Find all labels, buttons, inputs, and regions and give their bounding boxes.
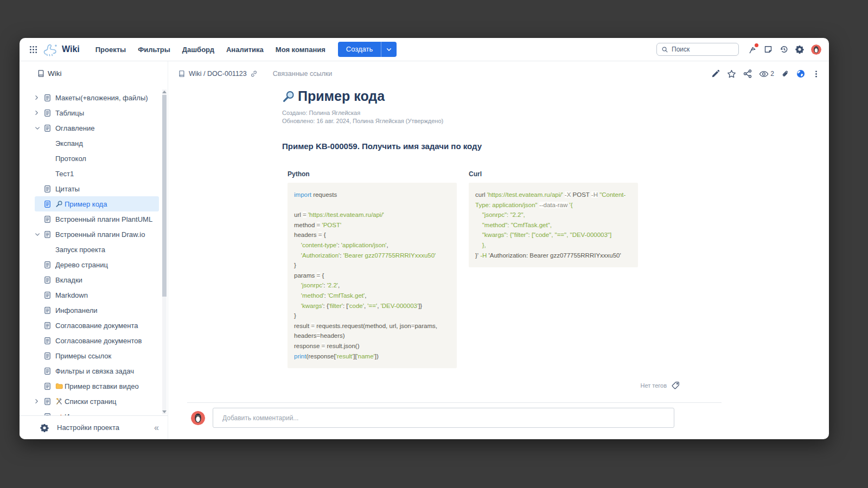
sidebar-item[interactable]: Списки страниц (35, 394, 159, 409)
sidebar-item-label: Фильтры и связка задач (55, 367, 134, 375)
document-icon (43, 276, 55, 284)
chevron-down-icon[interactable] (35, 126, 43, 130)
sidebar-item[interactable]: Экспанд (35, 136, 159, 151)
sidebar-item[interactable]: Вкладки (35, 272, 159, 287)
sidebar-item-label: Пример вставки видео (65, 382, 139, 390)
wiki-book-icon (37, 69, 45, 78)
page-title: Пример кода (298, 88, 385, 104)
topbar-icon-group (748, 44, 821, 55)
menu-item[interactable]: Аналитика (226, 46, 264, 54)
magnifier-title-icon (282, 90, 295, 103)
sidebar-item[interactable]: Протокол (35, 151, 159, 166)
sidebar-item-label: Списки страниц (65, 397, 117, 406)
chevron-right-icon[interactable] (35, 399, 43, 404)
menu-item[interactable]: Дашборд (182, 46, 214, 54)
scrollbar-down-arrow[interactable] (162, 410, 167, 413)
code-block: curl 'https://test.evateam.ru/api/' -X P… (469, 183, 638, 267)
views-count: 2 (770, 70, 774, 78)
create-button-group: Создать (338, 42, 397, 57)
related-links-button[interactable]: Связанные ссылки (273, 70, 332, 78)
search-input[interactable] (672, 46, 726, 53)
sidebar-item[interactable]: Встроенный плагин PlantUML (35, 211, 159, 227)
chevron-down-icon[interactable] (35, 233, 43, 236)
sidebar-item[interactable]: Запуск проекта (35, 242, 159, 257)
sidebar-item[interactable]: Инфопанели (35, 303, 159, 318)
top-navigation-bar: Wiki ПроектыФильтрыДашбордАналитикаМоя к… (20, 38, 829, 61)
comment-input[interactable] (213, 408, 674, 428)
sidebar-item[interactable]: Таблицы (35, 105, 159, 120)
user-avatar[interactable] (811, 44, 821, 55)
breadcrumb-row: Wiki / DOC-001123 Связанные ссылки 2 (178, 67, 820, 81)
sidebar-item-label: Вкладки (55, 276, 82, 284)
create-dropdown-button[interactable] (381, 42, 397, 57)
sidebar-item[interactable]: Согласование документа (35, 318, 159, 333)
notifications-icon[interactable] (748, 45, 757, 54)
edit-icon[interactable] (711, 69, 720, 78)
document-icon (43, 382, 55, 390)
page-toolbar: 2 (711, 69, 820, 79)
sidebar-header: Wiki (20, 61, 168, 81)
sidebar-item[interactable]: Фильтры и связка задач (35, 363, 159, 378)
document-icon (43, 215, 55, 223)
notification-dot (755, 43, 758, 47)
history-icon[interactable] (780, 45, 788, 54)
sidebar-item[interactable]: Согласование документов (35, 333, 159, 348)
project-settings-label[interactable]: Настройки проекта (57, 423, 119, 432)
globe-icon[interactable] (796, 69, 805, 78)
sidebar-item[interactable]: Примеры ссылок (35, 348, 159, 363)
sidebar-item[interactable]: Инклюд (35, 409, 159, 415)
sidebar-item[interactable]: Markdown (35, 287, 159, 303)
sidebar-item[interactable]: Встроенный плагин Draw.io (35, 227, 159, 242)
menu-item[interactable]: Моя компания (276, 46, 326, 54)
code-columns: Pythonimport requests url = 'https://tes… (282, 170, 723, 368)
collapse-sidebar-button[interactable]: « (154, 423, 159, 433)
chevron-right-icon[interactable] (35, 110, 43, 115)
attachment-icon[interactable] (781, 70, 789, 78)
more-icon[interactable] (812, 70, 820, 78)
app-grid-icon[interactable] (27, 43, 39, 55)
sidebar-item[interactable]: Тест1 (35, 166, 159, 181)
document-icon (43, 367, 55, 375)
created-by: Создано: Полина Яглейская (282, 109, 723, 117)
copy-link-icon[interactable] (250, 70, 258, 78)
sidebar-item[interactable]: Макеты(+вложения, файлы) (35, 90, 159, 105)
sidebar-item-label: Согласование документов (55, 337, 142, 345)
app-logo[interactable]: Wiki (42, 43, 80, 56)
menu-item[interactable]: Фильтры (138, 46, 170, 54)
sidebar-scrollbar[interactable] (162, 89, 167, 414)
document-icon (43, 352, 55, 360)
section-heading: Пример KB-000059. Получить имя задачи по… (282, 142, 723, 151)
article: Пример кода Создано: Полина Яглейская Об… (282, 88, 723, 368)
tag-icon[interactable] (672, 381, 680, 389)
sidebar-item[interactable]: Оглавление (35, 120, 159, 136)
breadcrumb[interactable]: Wiki / DOC-001123 (189, 70, 247, 78)
sidebar-item-label: Экспанд (35, 139, 83, 147)
sidebar-item-label: Таблицы (55, 109, 84, 117)
main-content: Wiki / DOC-001123 Связанные ссылки 2 (168, 61, 829, 439)
chevron-right-icon[interactable] (35, 95, 43, 100)
share-icon[interactable] (743, 69, 752, 78)
sidebar-item-label: Дерево страниц (55, 261, 108, 269)
scrollbar-thumb[interactable] (162, 95, 167, 297)
sidebar-item-label: Встроенный плагин Draw.io (55, 230, 145, 239)
menu-item[interactable]: Проекты (95, 46, 126, 54)
code-block-label: Curl (469, 170, 638, 178)
sidebar-item[interactable]: Пример кода (35, 196, 159, 211)
tags-row: Нет тегов (640, 381, 680, 389)
sidebar-item-label: Цитаты (55, 185, 80, 193)
sidebar-title: Wiki (48, 69, 62, 78)
search-icon (661, 46, 668, 53)
notes-icon[interactable] (764, 45, 773, 54)
document-icon (43, 337, 55, 345)
settings-icon[interactable] (795, 45, 804, 54)
project-settings-gear-icon[interactable] (40, 423, 49, 432)
sidebar-item-label: Протокол (35, 155, 86, 163)
magnifier-icon (55, 200, 65, 208)
scrollbar-up-arrow[interactable] (162, 91, 167, 93)
favorite-icon[interactable] (727, 69, 736, 79)
views-icon[interactable]: 2 (759, 70, 774, 78)
sidebar-item[interactable]: Дерево страниц (35, 257, 159, 272)
sidebar-item[interactable]: Цитаты (35, 181, 159, 196)
sidebar-item[interactable]: Пример вставки видео (35, 378, 159, 394)
create-button[interactable]: Создать (338, 42, 381, 57)
